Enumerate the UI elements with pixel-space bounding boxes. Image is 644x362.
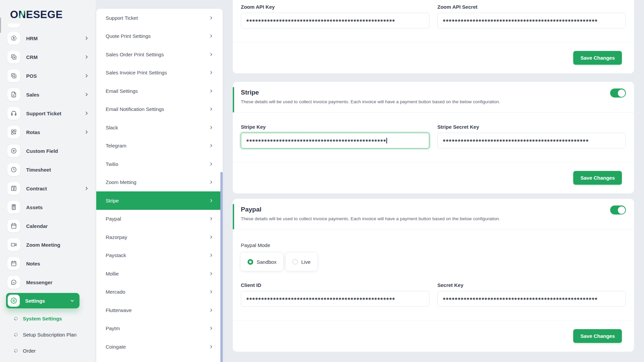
paypal-client-id-field: Client ID [241,282,429,307]
paypal-secret-key-field: Secret Key [437,282,626,307]
chevron-right-icon [209,16,213,20]
sidebar-item-hrm[interactable]: HRM [0,29,96,48]
sidebar-scrollbar[interactable] [0,17,1,33]
settings-menu-item-twilio[interactable]: Twilio [96,155,223,173]
settings-menu-item-paytm[interactable]: Paytm [96,319,223,338]
card-title: Paypal [241,206,626,213]
paypal-secret-key-input[interactable] [437,291,626,307]
circle-bullet-icon [13,348,18,353]
menu-item-label: Support Ticket [106,15,209,21]
sidebar-item-settings[interactable]: Settings [6,293,79,308]
settings-menu-item-mollie[interactable]: Mollie [96,264,223,283]
menu-item-label: Paypal [106,216,209,222]
green-accent-bar [233,204,234,229]
save-changes-button[interactable]: Save Changes [573,51,622,65]
chevron-right-icon [209,180,213,184]
card-description: These details will be used to collect in… [241,216,626,221]
settings-menu-item-zoom-metting[interactable]: Zoom Metting [96,173,223,192]
zoom-api-secret-input[interactable] [437,13,626,28]
chevron-right-icon [209,326,213,330]
panel-scrollbar[interactable] [220,172,223,362]
stripe-key-input[interactable]: ✱✱✱✱✱✱✱✱✱✱✱✱✱✱✱✱✱✱✱✱✱✱✱✱✱✱✱✱✱✱✱✱✱✱✱✱✱✱✱✱… [241,133,429,148]
sidebar-item-zoom-meeting[interactable]: Zoom Meeting [0,235,96,254]
settings-menu-item-support-ticket[interactable]: Support Ticket [96,9,223,27]
save-changes-button[interactable]: Save Changes [573,171,622,185]
paypal-client-id-input[interactable] [241,291,429,307]
sidebar-item-label: Assets [26,204,89,210]
settings-menu-item-email-notification-settings[interactable]: Email Notification Settings [96,100,223,119]
sidebar-item-custom-field[interactable]: Custom Field [0,141,96,160]
sidebar-item-contract[interactable]: Contract [0,179,96,198]
sidebar-item-support-ticket[interactable]: Support Ticket [0,104,96,123]
settings-menu-item-sales-invoice-print-settings[interactable]: Sales Invoice Print Settings [96,64,223,82]
sidebar-item-sales[interactable]: Sales [0,85,96,104]
settings-menu-item-razorpay[interactable]: Razorpay [96,228,223,246]
menu-item-label: Sales Invoice Print Settings [106,70,209,75]
crm-icon [7,51,20,63]
sidebar-subitem-system-settings[interactable]: System Settings [0,310,96,326]
stripe-enabled-toggle[interactable] [610,88,626,98]
paypal-enabled-toggle[interactable] [610,205,626,215]
settings-menu-item-telegram[interactable]: Telegram [96,137,223,155]
chevron-right-icon [84,73,89,78]
notes-icon [7,257,20,270]
field-label: Zoom API Secret [437,4,626,10]
chevron-right-icon [209,89,213,93]
sidebar-item-pos[interactable]: POS [0,66,96,85]
stripe-secret-key-field: Stripe Secret Key [437,124,626,148]
menu-item-label: Razorpay [106,234,209,240]
paypal-mode-sandbox-option[interactable]: Sandbox [241,253,283,271]
sidebar-item-calendar[interactable]: Calendar [0,217,96,235]
settings-menu-item-sales-order-print-settings[interactable]: Sales Order Print Settings [96,45,223,64]
sidebar-item-label: Rotas [26,129,84,135]
chevron-right-icon [209,217,213,221]
paypal-mode-live-option[interactable]: Live [286,253,317,271]
sidebar-item-label: Zoom Meeting [26,242,89,248]
custom-field-icon [7,144,20,157]
messenger-icon [7,276,20,289]
settings-menu-item-slack[interactable]: Slack [96,118,223,137]
zoom-settings-card: Zoom API Key Zoom API Secret Save Change… [233,0,634,73]
chevron-right-icon [84,92,89,97]
settings-menu-item-quote-print-settings[interactable]: Quote Print Settings [96,27,223,46]
chevron-right-icon [209,235,213,239]
zoom-api-key-input[interactable] [241,13,429,28]
chevron-down-icon [70,298,75,303]
sidebar-subitem-setup-subscription-plan[interactable]: Setup Subscription Plan [0,326,96,343]
radio-unchecked-icon [292,259,298,264]
save-changes-button[interactable]: Save Changes [573,329,622,343]
field-label: Client ID [241,282,429,288]
sales-icon [7,88,20,101]
chevron-right-icon [209,272,213,276]
chevron-right-icon [209,253,213,257]
chevron-right-icon [209,70,213,75]
sidebar-item-label: Support Ticket [26,111,84,116]
sidebar-item-crm[interactable]: CRM [0,48,96,66]
settings-menu-item-stripe[interactable]: Stripe [96,191,223,210]
settings-menu-item-coingate[interactable]: Coingate [96,338,223,356]
sidebar-item-label: CRM [26,54,84,60]
sidebar-item-messenger[interactable]: Messenger [0,273,96,292]
sidebar-item-timesheet[interactable]: Timesheet [0,160,96,179]
settings-menu-item-paypal[interactable]: Paypal [96,210,223,228]
settings-menu-item-skrill[interactable]: Skrill [96,356,223,362]
gear-icon [8,295,20,307]
settings-menu-item-mercado[interactable]: Mercado [96,283,223,301]
primary-nav: HRM CRM POS Sales Support Ticket Rotas C… [0,29,96,292]
sidebar-item-rotas[interactable]: Rotas [0,123,96,141]
sidebar-subitem-order[interactable]: Order [0,343,96,359]
settings-menu-item-flutterwave[interactable]: Flutterwave [96,301,223,319]
logo-text: O [10,9,18,20]
menu-item-label: Quote Print Settings [106,33,209,39]
stripe-secret-key-input[interactable] [437,133,626,148]
chevron-right-icon [209,308,213,312]
menu-item-label: Twilio [106,161,209,167]
paypal-mode-label: Paypal Mode [241,242,626,248]
masked-value: ✱✱✱✱✱✱✱✱✱✱✱✱✱✱✱✱✱✱✱✱✱✱✱✱✱✱✱✱✱✱✱✱✱✱✱✱✱✱✱✱… [246,139,386,142]
settings-menu-item-paystack[interactable]: Paystack [96,246,223,265]
sidebar-item-notes[interactable]: Notes [0,254,96,273]
settings-menu-item-email-settings[interactable]: Email Settings [96,82,223,100]
primary-sidebar: ONESEGE HRM CRM POS Sales Support Ticket… [0,0,96,362]
menu-item-label: Sales Order Print Settings [106,52,209,57]
sidebar-item-assets[interactable]: Assets [0,198,96,217]
